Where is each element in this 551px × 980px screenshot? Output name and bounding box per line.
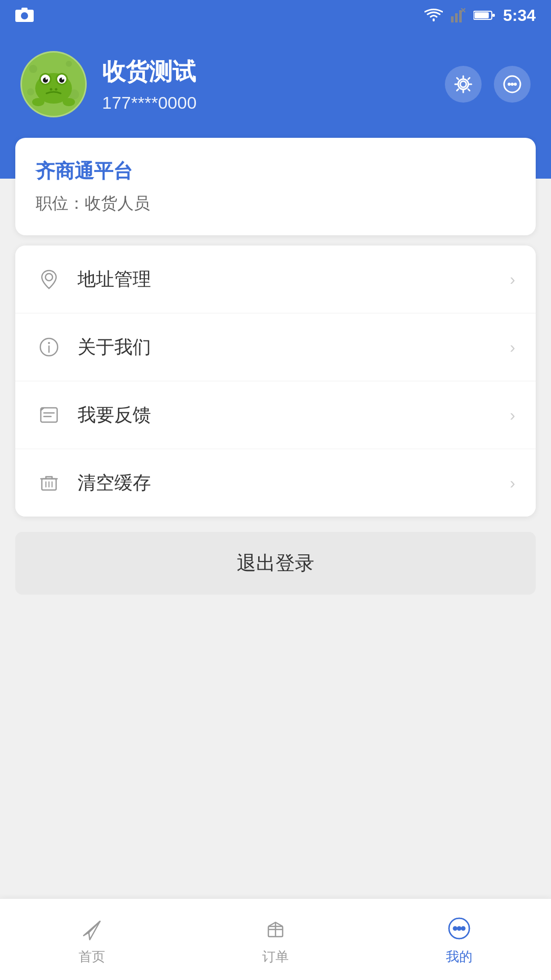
svg-point-58 [462,927,465,930]
svg-rect-9 [474,12,489,18]
status-bar-left [15,8,34,23]
cache-label: 清空缓存 [78,471,151,496]
svg-point-1 [21,12,28,19]
svg-point-35 [45,274,53,281]
settings-button[interactable] [445,66,482,103]
gear-icon [453,74,473,94]
about-chevron: › [510,338,515,357]
svg-point-12 [29,65,37,73]
svg-point-28 [63,98,75,106]
svg-rect-10 [492,14,495,17]
svg-point-29 [460,81,466,87]
about-label: 关于我们 [78,335,151,360]
menu-item-feedback[interactable]: 我要反馈 › [15,381,536,449]
avatar [20,51,87,117]
nav-item-mine[interactable]: 我的 [367,913,551,966]
svg-point-23 [45,78,47,80]
message-icon [502,74,522,94]
logout-button[interactable]: 退出登录 [15,532,536,595]
svg-point-32 [508,83,511,86]
svg-rect-2 [21,8,28,11]
bottom-nav: 首页 订单 我的 [0,898,551,980]
svg-point-13 [66,61,72,67]
profile-left: 收货测试 177****0000 [20,51,196,117]
svg-point-38 [48,342,50,344]
orders-nav-label: 订单 [262,948,289,966]
svg-rect-3 [451,16,454,22]
info-icon [36,334,62,360]
profile-phone: 177****0000 [102,93,196,113]
svg-point-25 [50,88,53,91]
svg-point-27 [32,98,44,106]
menu-item-address[interactable]: 地址管理 › [15,246,536,313]
menu-item-about[interactable]: 关于我们 › [15,313,536,381]
profile-icons [445,66,531,103]
svg-point-24 [62,78,64,80]
nav-item-orders[interactable]: 订单 [184,913,367,966]
wifi-icon [424,8,443,22]
home-nav-icon [77,913,107,944]
cache-chevron: › [510,474,515,493]
menu-item-cache[interactable]: 清空缓存 › [15,449,536,517]
message-button[interactable] [494,66,531,103]
mine-nav-label: 我的 [446,948,472,966]
battery-icon [473,10,495,21]
feedback-icon [36,402,62,428]
status-time: 5:34 [503,6,536,25]
svg-point-57 [458,927,461,930]
main-content: 齐商通平台 职位：收货人员 地址管理 › [0,138,551,610]
svg-point-15 [27,88,34,95]
feedback-label: 我要反馈 [78,403,151,428]
location-icon [36,266,62,292]
svg-rect-4 [455,13,458,22]
feedback-chevron: › [510,406,515,425]
svg-point-34 [514,83,517,86]
menu-card: 地址管理 › 关于我们 › [15,246,536,517]
address-chevron: › [510,270,515,289]
home-nav-label: 首页 [79,948,105,966]
profile-name: 收货测试 [102,56,196,88]
platform-name: 齐商通平台 [36,158,515,184]
trash-icon [36,470,62,496]
svg-point-56 [454,927,457,930]
platform-card: 齐商通平台 职位：收货人员 [15,138,536,235]
profile-info: 收货测试 177****0000 [102,56,196,113]
svg-point-33 [511,83,514,86]
platform-role: 职位：收货人员 [36,192,515,215]
orders-nav-icon [260,913,291,944]
svg-rect-39 [41,408,57,422]
status-bar-right: 5:34 [424,6,536,25]
photo-icon [15,8,34,23]
mine-nav-icon [444,913,474,944]
signal-icon [451,8,465,22]
nav-item-home[interactable]: 首页 [0,913,184,966]
status-bar: 5:34 [0,0,551,31]
svg-point-26 [55,88,58,91]
address-label: 地址管理 [78,267,151,292]
profile-row: 收货测试 177****0000 [20,51,531,117]
